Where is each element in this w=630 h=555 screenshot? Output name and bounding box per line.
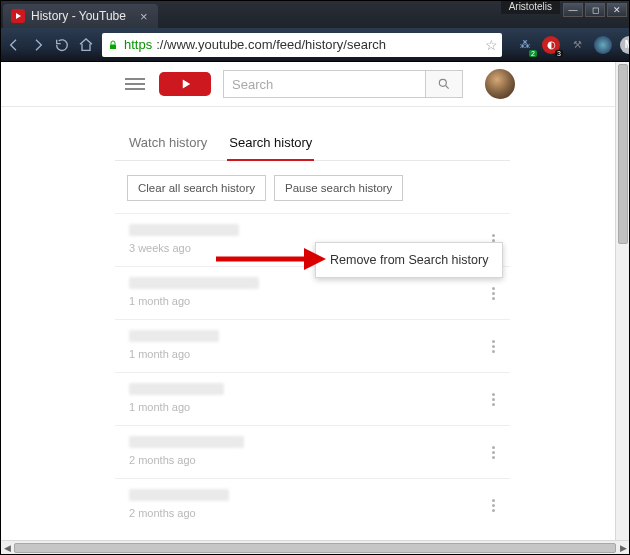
minimize-button[interactable]: — — [563, 3, 583, 17]
history-query-redacted — [129, 330, 219, 342]
svg-rect-0 — [110, 44, 116, 49]
forward-button[interactable] — [30, 36, 46, 54]
extension-icon-4[interactable] — [594, 36, 612, 54]
extension-icon-2[interactable]: ◐3 — [542, 36, 560, 54]
url-path: ://www.youtube.com/feed/history/search — [156, 37, 386, 52]
item-menu-icon[interactable] — [486, 283, 500, 303]
hscroll-left-icon[interactable]: ◀ — [0, 541, 14, 555]
search-button[interactable] — [425, 70, 463, 98]
extension-icons: ⁂2 ◐3 ⚒ M — [516, 36, 630, 54]
context-menu-remove[interactable]: Remove from Search history — [315, 242, 503, 278]
youtube-logo[interactable] — [159, 72, 211, 96]
history-query-redacted — [129, 383, 224, 395]
history-tabs: Watch history Search history — [115, 127, 510, 161]
clear-all-button[interactable]: Clear all search history — [127, 175, 266, 201]
history-actions: Clear all search history Pause search hi… — [115, 161, 510, 213]
extension-icon-3[interactable]: ⚒ — [568, 36, 586, 54]
hscroll-right-icon[interactable]: ▶ — [616, 541, 630, 555]
ext-badge-2: 3 — [555, 50, 563, 57]
history-query-redacted — [129, 489, 229, 501]
lock-icon — [106, 38, 120, 52]
ext-badge-1: 2 — [529, 50, 537, 57]
history-item-time: 1 month ago — [129, 348, 496, 360]
guide-menu-icon[interactable] — [125, 74, 145, 94]
search-input[interactable] — [223, 70, 425, 98]
maximize-button[interactable]: ◻ — [585, 3, 605, 17]
svg-line-5 — [446, 86, 449, 89]
tab-search-history[interactable]: Search history — [227, 127, 314, 160]
item-menu-icon[interactable] — [486, 495, 500, 515]
history-item: 1 month ago — [115, 319, 510, 372]
history-item-time: 1 month ago — [129, 295, 496, 307]
horizontal-scrollbar[interactable]: ◀ ▶ — [0, 540, 630, 555]
vertical-scrollbar[interactable] — [615, 62, 630, 540]
history-item: 2 months ago — [115, 478, 510, 531]
home-button[interactable] — [78, 36, 94, 54]
youtube-header — [0, 62, 630, 107]
chrome-profile-label[interactable]: Aristotelis — [501, 0, 560, 14]
vertical-scrollbar-thumb[interactable] — [618, 64, 628, 244]
history-item-time: 1 month ago — [129, 401, 496, 413]
extension-icon-5[interactable]: M — [620, 36, 630, 54]
youtube-favicon — [11, 9, 25, 23]
back-button[interactable] — [6, 36, 22, 54]
annotation-arrow — [216, 245, 326, 277]
history-query-redacted — [129, 224, 239, 236]
pause-history-button[interactable]: Pause search history — [274, 175, 403, 201]
history-item-time: 2 months ago — [129, 507, 496, 519]
tab-watch-history[interactable]: Watch history — [127, 127, 209, 160]
history-item: 1 month ago — [115, 372, 510, 425]
item-menu-icon[interactable] — [486, 336, 500, 356]
item-menu-icon[interactable] — [486, 442, 500, 462]
history-item-time: 2 months ago — [129, 454, 496, 466]
horizontal-scrollbar-thumb[interactable] — [14, 543, 616, 553]
search-box — [223, 70, 463, 98]
url-scheme: https — [124, 37, 152, 52]
history-panel: Watch history Search history Clear all s… — [115, 127, 510, 531]
window-controls: — ◻ ✕ — [563, 3, 627, 17]
item-menu-icon[interactable] — [486, 389, 500, 409]
svg-point-4 — [439, 79, 446, 86]
browser-tab[interactable]: History - YouTube × — [3, 4, 158, 28]
page-viewport: Watch history Search history Clear all s… — [0, 62, 630, 540]
tab-title: History - YouTube — [31, 9, 126, 23]
reload-button[interactable] — [54, 36, 70, 54]
avatar[interactable] — [485, 69, 515, 99]
history-query-redacted — [129, 436, 244, 448]
tab-close-icon[interactable]: × — [140, 9, 148, 24]
history-item: 2 months ago — [115, 425, 510, 478]
extension-icon-1[interactable]: ⁂2 — [516, 36, 534, 54]
browser-toolbar: https ://www.youtube.com/feed/history/se… — [0, 28, 630, 62]
svg-marker-7 — [304, 248, 326, 270]
history-query-redacted — [129, 277, 259, 289]
address-bar[interactable]: https ://www.youtube.com/feed/history/se… — [102, 33, 502, 57]
close-button[interactable]: ✕ — [607, 3, 627, 17]
window-titlebar: History - YouTube × Aristotelis — ◻ ✕ — [0, 0, 630, 28]
bookmark-star-icon[interactable]: ☆ — [485, 37, 498, 53]
